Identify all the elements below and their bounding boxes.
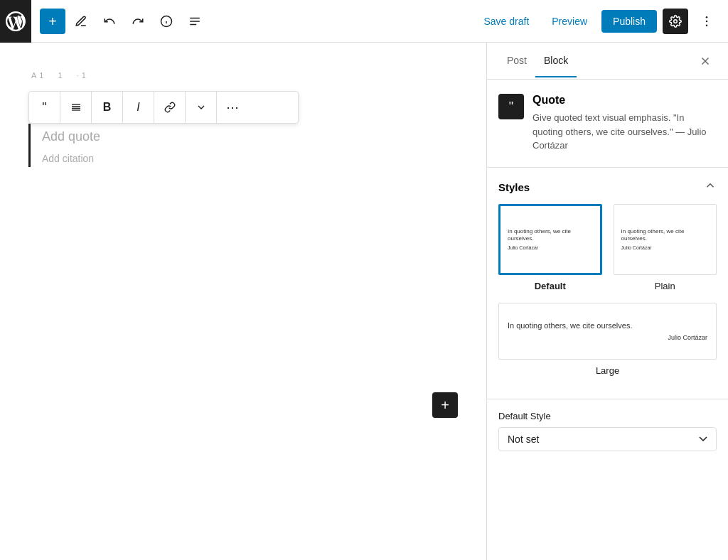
redo-icon bbox=[132, 15, 144, 28]
ruler-mark-1c: 1 bbox=[82, 71, 86, 80]
block-more-button[interactable]: ⋯ bbox=[217, 92, 248, 123]
more-options-button[interactable] bbox=[694, 9, 719, 34]
gear-icon bbox=[669, 15, 682, 28]
default-style-section: Default Style Not set Default Plain Larg… bbox=[487, 399, 728, 463]
style-preview-plain-text: In quoting others, we cite ourselves. bbox=[621, 228, 710, 243]
svg-point-6 bbox=[674, 19, 678, 23]
style-option-large[interactable]: In quoting others, we cite ourselves. Ju… bbox=[498, 303, 717, 376]
block-toolbar: " B I ⋯ bbox=[28, 91, 299, 124]
style-preview-large: In quoting others, we cite ourselves. Ju… bbox=[498, 303, 717, 360]
main-toolbar: + Save draft Preview Publish bbox=[0, 0, 728, 43]
block-info-section: " Quote Give quoted text visual emphasis… bbox=[487, 80, 728, 168]
style-large-label: Large bbox=[498, 365, 717, 376]
ruler-mark-a: A bbox=[31, 71, 36, 80]
add-block-button[interactable]: + bbox=[40, 9, 65, 34]
style-plain-label: Plain bbox=[614, 281, 717, 291]
block-type-title: Quote bbox=[532, 94, 717, 107]
style-default-label: Default bbox=[498, 281, 602, 291]
ruler: A 1 1 · 1 bbox=[28, 71, 458, 80]
more-formatting-button[interactable] bbox=[186, 92, 217, 123]
undo-icon bbox=[103, 15, 116, 28]
chevron-down-icon bbox=[196, 102, 207, 113]
list-view-button[interactable] bbox=[182, 9, 208, 34]
block-info-text: Quote Give quoted text visual emphasis. … bbox=[532, 94, 717, 153]
preview-button[interactable]: Preview bbox=[543, 11, 596, 31]
default-style-label: Default Style bbox=[498, 411, 717, 421]
close-icon bbox=[699, 55, 712, 68]
style-preview-default-author: Julio Cortázar bbox=[508, 245, 593, 250]
quote-block[interactable]: Add quote Add citation bbox=[28, 124, 458, 167]
sidebar-close-button[interactable] bbox=[694, 50, 717, 72]
toolbar-right: Save draft Preview Publish bbox=[475, 9, 719, 34]
ruler-mark-1a: 1 bbox=[39, 71, 43, 80]
ruler-mark-1b: 1 bbox=[58, 71, 62, 80]
style-option-default[interactable]: In quoting others, we cite ourselves. Ju… bbox=[498, 204, 602, 291]
style-options-grid: In quoting others, we cite ourselves. Ju… bbox=[498, 204, 717, 291]
tab-post[interactable]: Post bbox=[498, 45, 535, 77]
quote-icon-button[interactable]: " bbox=[29, 92, 60, 123]
align-icon bbox=[70, 102, 82, 113]
chevron-up-icon bbox=[704, 179, 717, 192]
ruler-mark-dot: · bbox=[77, 71, 79, 80]
main-content: A 1 1 · 1 " B I ⋯ Add quote Add citatio bbox=[0, 43, 728, 560]
more-vertical-icon bbox=[700, 14, 714, 28]
style-preview-plain: In quoting others, we cite ourselves. Ju… bbox=[614, 204, 717, 275]
sidebar-tabs: Post Block bbox=[487, 43, 728, 80]
default-style-select[interactable]: Not set Default Plain Large bbox=[498, 427, 717, 451]
wp-logo-icon bbox=[6, 11, 26, 31]
bold-button[interactable]: B bbox=[92, 92, 123, 123]
quote-text-input[interactable]: Add quote bbox=[42, 124, 458, 150]
editor-area[interactable]: A 1 1 · 1 " B I ⋯ Add quote Add citatio bbox=[0, 43, 486, 560]
italic-button[interactable]: I bbox=[123, 92, 154, 123]
styles-header: Styles bbox=[498, 168, 717, 204]
link-icon bbox=[164, 102, 176, 113]
style-preview-large-author: Julio Cortázar bbox=[508, 334, 707, 341]
save-draft-button[interactable]: Save draft bbox=[475, 11, 537, 31]
settings-button[interactable] bbox=[663, 9, 688, 34]
block-type-icon: " bbox=[498, 94, 524, 119]
svg-point-8 bbox=[706, 20, 708, 22]
pen-icon bbox=[75, 15, 87, 28]
align-button[interactable] bbox=[60, 92, 92, 123]
block-type-description: Give quoted text visual emphasis. "In qu… bbox=[532, 111, 717, 153]
styles-section: Styles In quoting others, we cite oursel… bbox=[487, 168, 728, 399]
sidebar: Post Block " Quote Give quoted text visu… bbox=[486, 43, 728, 560]
styles-collapse-icon[interactable] bbox=[704, 179, 717, 195]
styles-title: Styles bbox=[498, 181, 530, 193]
wp-logo bbox=[0, 0, 31, 43]
svg-point-7 bbox=[706, 16, 708, 18]
style-preview-default: In quoting others, we cite ourselves. Ju… bbox=[498, 204, 602, 275]
add-block-float-button[interactable]: + bbox=[432, 392, 458, 418]
link-button[interactable] bbox=[154, 92, 186, 123]
citation-input[interactable]: Add citation bbox=[42, 150, 458, 167]
style-preview-plain-author: Julio Cortázar bbox=[621, 245, 710, 250]
publish-button[interactable]: Publish bbox=[601, 10, 657, 33]
style-preview-default-text: In quoting others, we cite ourselves. bbox=[508, 228, 593, 243]
style-preview-large-text: In quoting others, we cite ourselves. bbox=[508, 321, 707, 331]
tab-block[interactable]: Block bbox=[535, 45, 577, 77]
style-option-plain[interactable]: In quoting others, we cite ourselves. Ju… bbox=[614, 204, 717, 291]
info-icon bbox=[160, 15, 173, 28]
redo-button[interactable] bbox=[125, 9, 151, 34]
pen-tool-button[interactable] bbox=[68, 9, 94, 34]
list-view-icon bbox=[188, 15, 201, 28]
info-button[interactable] bbox=[154, 9, 179, 34]
undo-button[interactable] bbox=[97, 9, 122, 34]
svg-point-9 bbox=[706, 24, 708, 26]
